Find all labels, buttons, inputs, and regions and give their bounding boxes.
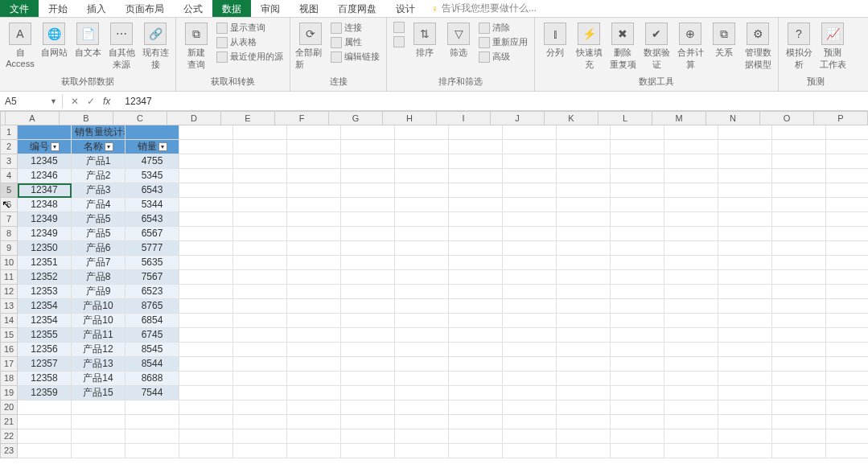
ext-2[interactable]: 📄自文本 [72,21,103,60]
cell-M22[interactable] [664,429,718,444]
tell-me-input[interactable]: ♀告诉我您想要做什么... [425,0,543,17]
cell-H8[interactable] [395,227,449,241]
cell-L17[interactable] [611,357,664,372]
cell-M16[interactable] [664,343,718,357]
cell-K9[interactable] [557,241,611,256]
cell-B2[interactable]: 名称▾ [72,140,125,154]
row-header-8[interactable]: 8 [0,227,18,241]
cell-K7[interactable] [557,212,611,227]
cell-P3[interactable] [826,154,868,169]
cell-M4[interactable] [664,169,718,183]
cell-M6[interactable] [664,198,718,212]
cell-J21[interactable] [503,415,557,429]
cell-F3[interactable] [287,154,341,169]
cell-D16[interactable] [179,343,233,357]
cell-C14[interactable]: 6854 [125,314,179,328]
cell-I1[interactable] [449,125,503,140]
query-row-2[interactable]: 最近使用的源 [215,50,285,64]
cell-O12[interactable] [772,285,826,299]
cell-P7[interactable] [826,212,868,227]
cell-P21[interactable] [826,415,868,429]
cell-P10[interactable] [826,256,868,270]
cell-B19[interactable]: 产品15 [72,386,125,400]
cell-O4[interactable] [772,169,826,183]
col-header-P[interactable]: P [814,111,868,125]
cell-B10[interactable]: 产品7 [72,256,125,270]
fc-1[interactable]: 📈预测 工作表 [817,21,848,72]
cell-H10[interactable] [395,256,449,270]
ext-3[interactable]: ⋯自其他来源 [106,21,137,72]
cell-N21[interactable] [718,415,772,429]
row-header-5[interactable]: 5 [0,183,18,198]
cell-K14[interactable] [557,314,611,328]
formula-input[interactable]: 12347 [118,96,158,107]
cell-G14[interactable] [341,314,395,328]
cell-J4[interactable] [503,169,557,183]
cell-B9[interactable]: 产品6 [72,241,125,256]
row-header-7[interactable]: 7 [0,212,18,227]
cell-L23[interactable] [611,444,664,458]
cell-C3[interactable]: 4755 [125,154,179,169]
col-header-G[interactable]: G [329,111,383,125]
cell-J7[interactable] [503,212,557,227]
cell-A5[interactable]: 12347 [18,183,72,198]
row-header-15[interactable]: 15 [0,328,18,343]
cell-A10[interactable]: 12351 [18,256,72,270]
cell-K15[interactable] [557,328,611,343]
row-header-1[interactable]: 1 [0,125,18,140]
cell-K19[interactable] [557,386,611,400]
cell-G12[interactable] [341,285,395,299]
cell-H3[interactable] [395,154,449,169]
filter-arrow-icon[interactable]: ▾ [51,142,60,151]
tool-3[interactable]: ✔数据验 证 [641,21,672,72]
cell-D9[interactable] [179,241,233,256]
cell-G8[interactable] [341,227,395,241]
filter-arrow-icon[interactable]: ▾ [105,142,113,151]
cell-P6[interactable] [826,198,868,212]
cell-F8[interactable] [287,227,341,241]
cell-J8[interactable] [503,227,557,241]
tool-6[interactable]: ⚙管理数 据模型 [743,21,773,72]
cell-G18[interactable] [341,372,395,386]
cell-G1[interactable] [341,125,395,140]
cell-C9[interactable]: 5777 [125,241,179,256]
cell-M8[interactable] [664,227,718,241]
cell-D6[interactable] [179,198,233,212]
tab-公式[interactable]: 公式 [174,0,212,17]
cell-M11[interactable] [664,270,718,285]
filter-arrow-icon[interactable]: ▾ [158,142,167,151]
cell-J1[interactable] [503,125,557,140]
cell-L5[interactable] [611,183,664,198]
cell-C10[interactable]: 5635 [125,256,179,270]
cell-M5[interactable] [664,183,718,198]
tab-设计[interactable]: 设计 [386,0,425,17]
cell-A3[interactable]: 12345 [18,154,72,169]
cell-A23[interactable] [18,444,72,458]
cell-D13[interactable] [179,299,233,314]
cell-I22[interactable] [449,429,503,444]
cell-I2[interactable] [449,140,503,154]
cell-L14[interactable] [611,314,664,328]
cell-L21[interactable] [611,415,664,429]
cell-N7[interactable] [718,212,772,227]
cell-A4[interactable]: 12346 [18,169,72,183]
cell-B1[interactable]: 销售量统计表 [72,125,125,140]
cell-A1[interactable] [18,125,72,140]
cell-E21[interactable] [233,415,287,429]
cell-G2[interactable] [341,140,395,154]
cell-D1[interactable] [179,125,233,140]
cell-F11[interactable] [287,270,341,285]
tab-插入[interactable]: 插入 [77,0,116,17]
cell-I10[interactable] [449,256,503,270]
filter-button[interactable]: ▽ 筛选 [443,21,474,60]
col-header-N[interactable]: N [706,111,760,125]
cell-A12[interactable]: 12353 [18,285,72,299]
cell-C19[interactable]: 7544 [125,386,179,400]
cell-G16[interactable] [341,343,395,357]
cell-I18[interactable] [449,372,503,386]
cell-J11[interactable] [503,270,557,285]
cell-D23[interactable] [179,444,233,458]
cell-D14[interactable] [179,314,233,328]
cell-F20[interactable] [287,400,341,415]
cell-E19[interactable] [233,386,287,400]
